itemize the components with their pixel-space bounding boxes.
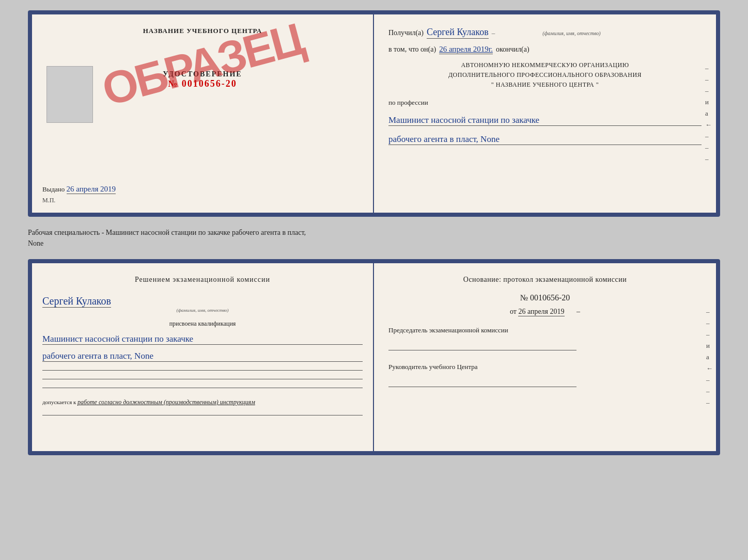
recipient-prefix: Получил(а) (388, 29, 424, 37)
rukovoditel-signature-line (388, 387, 576, 387)
decision-title: Решением экзаменационной комиссии (42, 276, 363, 284)
date-suffix: окончил(а) (496, 45, 529, 54)
issued-label: Выдано (42, 185, 65, 193)
org-line2: ДОПОЛНИТЕЛЬНОГО ПРОФЕССИОНАЛЬНОГО ОБРАЗО… (388, 70, 702, 80)
profession-line2: рабочего агента в пласт, None (388, 134, 702, 145)
chairman-label: Председатель экзаменационной комиссии (388, 326, 702, 334)
org-line1: АВТОНОМНУЮ НЕКОММЕРЧЕСКУЮ ОРГАНИЗАЦИЮ (388, 60, 702, 70)
osnov-title: Основание: протокол экзаменационной коми… (388, 276, 702, 284)
date-line: в том, что он(а) 26 апреля 2019г. окончи… (388, 45, 702, 54)
person-hint: (фамилия, имя, отчество) (42, 308, 363, 313)
bottom-left-panel: Решением экзаменационной комиссии Сергей… (32, 263, 374, 451)
qualification-label: присвоена квалификация (42, 320, 363, 328)
bottom-right-panel: Основание: протокол экзаменационной коми… (374, 263, 716, 451)
допускается-value: работе согласно должностным (производств… (77, 398, 255, 406)
recipient-name: Сергей Кулаков (427, 27, 489, 39)
cert-number: № 0010656-20 (163, 78, 242, 89)
bottom-document: Решением экзаменационной комиссии Сергей… (28, 259, 720, 455)
protocol-date-prefix: от (510, 308, 517, 315)
recipient-hint: (фамилия, имя, отчество) (542, 30, 600, 36)
date-value: 26 апреля 2019г. (439, 45, 493, 54)
допускается-prefix: допускается к (42, 399, 76, 405)
issued-date: 26 апреля 2019 (67, 185, 116, 194)
person-name: Сергей Кулаков (42, 295, 111, 308)
issued-line: Выдано 26 апреля 2019 (42, 177, 116, 194)
rukovoditel-label: Руководитель учебного Центра (388, 363, 702, 371)
cert-number-block: УДОСТОВЕРЕНИЕ № 0010656-20 (163, 70, 242, 89)
org-line3: " НАЗВАНИЕ УЧЕБНОГО ЦЕНТРА " (388, 80, 702, 90)
center-title: НАЗВАНИЕ УЧЕБНОГО ЦЕНТРА (143, 27, 262, 35)
doc-right-panel: Получил(а) Сергей Кулаков – (фамилия, им… (374, 14, 716, 213)
right-side-dashes: – – – и а ← – – – (706, 308, 713, 407)
cert-label: УДОСТОВЕРЕНИЕ (163, 70, 242, 78)
recipient-line: Получил(а) Сергей Кулаков – (фамилия, им… (388, 27, 702, 39)
underline4 (42, 415, 363, 415)
underline2 (42, 379, 363, 379)
separator-line1: Рабочая специальность - Машинист насосно… (28, 227, 720, 238)
protocol-number: № 0010656-20 (388, 293, 702, 302)
protocol-date-value: 26 апреля 2019 (518, 308, 564, 316)
date-prefix: в том, что он(а) (388, 45, 436, 54)
underline1 (42, 370, 363, 371)
допускается-line: допускается к работе согласно должностны… (42, 397, 363, 407)
qualification-line2: рабочего агента в пласт, None (42, 351, 363, 362)
separator-text: Рабочая специальность - Машинист насосно… (28, 225, 720, 251)
org-block: АВТОНОМНУЮ НЕКОММЕРЧЕСКУЮ ОРГАНИЗАЦИЮ ДО… (388, 60, 702, 90)
doc-left-panel: НАЗВАНИЕ УЧЕБНОГО ЦЕНТРА ОБРАЗЕЦ УДОСТОВ… (32, 14, 374, 213)
top-document: НАЗВАНИЕ УЧЕБНОГО ЦЕНТРА ОБРАЗЕЦ УДОСТОВ… (28, 10, 720, 217)
mp-label: М.П. (42, 197, 55, 204)
profession-label: по профессии (388, 99, 702, 107)
profession-line1: Машинист насосной станции по закачке (388, 115, 702, 126)
chairman-signature-line (388, 350, 576, 350)
photo-placeholder (46, 66, 93, 123)
underline3 (42, 388, 363, 388)
separator-line2: None (28, 238, 720, 249)
qualification-line1: Машинист насосной станции по закачке (42, 334, 363, 345)
protocol-date: от 26 апреля 2019 – (388, 308, 702, 316)
person-name-block: Сергей Кулаков (фамилия, имя, отчество) (42, 291, 363, 313)
side-dashes: – – – и а ← – – – (705, 64, 712, 163)
